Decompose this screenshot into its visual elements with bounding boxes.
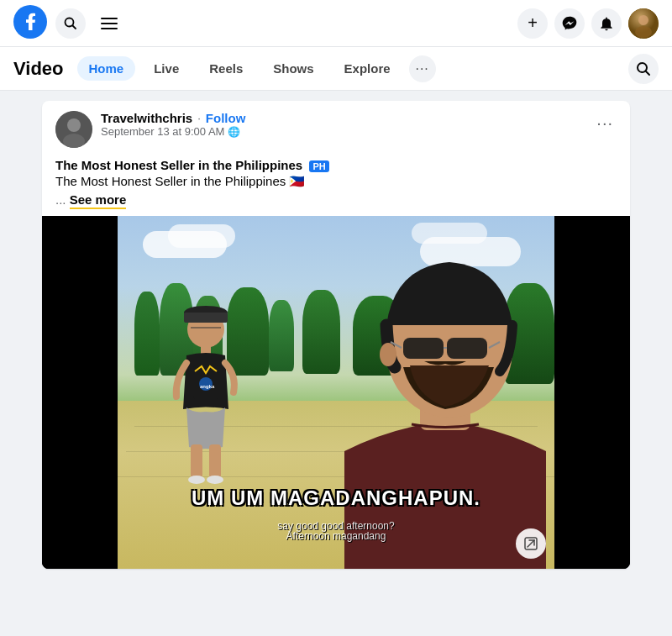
see-more-line: ... See more <box>55 192 617 209</box>
svg-point-10 <box>67 118 81 132</box>
video-section-title: Video <box>13 58 64 80</box>
create-button[interactable]: + <box>517 8 548 39</box>
svg-text:angka: angka <box>200 384 215 389</box>
svg-point-31 <box>380 343 396 366</box>
svg-line-33 <box>528 540 534 547</box>
navbar-search-button[interactable] <box>55 8 86 39</box>
post-body: The Most Honest Seller in the Philippine… <box>42 155 630 216</box>
tab-more-button[interactable]: ··· <box>409 55 436 82</box>
svg-rect-20 <box>209 444 221 478</box>
tab-live[interactable]: Live <box>142 56 191 81</box>
notifications-button[interactable] <box>591 8 622 39</box>
person-left: angka <box>168 300 244 485</box>
messenger-button[interactable] <box>554 8 585 39</box>
post-title: The Most Honest Seller in the Philippine… <box>55 158 617 172</box>
tab-explore[interactable]: Explore <box>333 56 402 81</box>
navbar-left <box>13 5 124 42</box>
video-black-bar-right <box>554 216 630 569</box>
svg-rect-19 <box>191 444 202 478</box>
video-black-bar-left <box>42 216 118 569</box>
post-meta: Travelwithchris · Follow September 13 at… <box>101 111 245 138</box>
svg-point-22 <box>207 476 223 484</box>
svg-line-2 <box>73 25 76 29</box>
navbar-right: + <box>517 8 659 39</box>
see-more-link[interactable]: See more <box>70 192 127 207</box>
post-follow-link[interactable]: Follow <box>206 111 246 125</box>
post-options-button[interactable]: ··· <box>593 111 617 134</box>
main-content: Travelwithchris · Follow September 13 at… <box>0 91 672 579</box>
svg-point-5 <box>638 15 648 25</box>
post-separator: · <box>197 112 201 124</box>
video-subtitle-main: UM UM MAGADANGHAPUN. <box>192 486 480 510</box>
post-card: Travelwithchris · Follow September 13 at… <box>42 101 630 569</box>
avatar <box>628 8 659 39</box>
svg-rect-27 <box>447 338 487 359</box>
cloud-2 <box>168 224 235 248</box>
more-dots-icon: ··· <box>415 61 428 76</box>
globe-icon: 🌐 <box>228 126 240 138</box>
post-author-avatar[interactable] <box>55 111 92 148</box>
post-author-name[interactable]: Travelwithchris <box>101 111 192 125</box>
video-inner: angka <box>42 216 630 569</box>
user-avatar-button[interactable] <box>628 8 659 39</box>
tab-reels[interactable]: Reels <box>197 56 255 81</box>
post-timestamp: September 13 at 9:00 AM 🌐 <box>101 125 245 138</box>
svg-point-21 <box>188 476 205 484</box>
video-tabbar: Video Home Live Reels Shows Explore ··· <box>0 47 672 91</box>
video-expand-button[interactable] <box>516 528 546 559</box>
ph-flag-label: PH <box>309 160 328 172</box>
tab-home[interactable]: Home <box>77 56 136 81</box>
hamburger-menu-button[interactable] <box>94 8 124 39</box>
video-container[interactable]: angka <box>42 216 630 569</box>
tab-shows[interactable]: Shows <box>261 56 325 81</box>
svg-rect-14 <box>184 313 228 323</box>
facebook-logo[interactable] <box>13 5 47 42</box>
video-subtitle-tertiary: Afternoon magandang <box>286 530 386 542</box>
video-search-button[interactable] <box>628 54 659 84</box>
post-header-left: Travelwithchris · Follow September 13 at… <box>55 111 245 148</box>
post-subtitle: The Most Honest Seller in the Philippine… <box>55 174 617 189</box>
top-navbar: + <box>0 0 672 47</box>
post-header: Travelwithchris · Follow September 13 at… <box>42 101 630 155</box>
svg-line-8 <box>646 71 650 75</box>
svg-point-6 <box>635 26 652 38</box>
svg-rect-26 <box>403 338 444 359</box>
post-author-line: Travelwithchris · Follow <box>101 111 245 125</box>
video-scene: angka <box>118 216 554 569</box>
